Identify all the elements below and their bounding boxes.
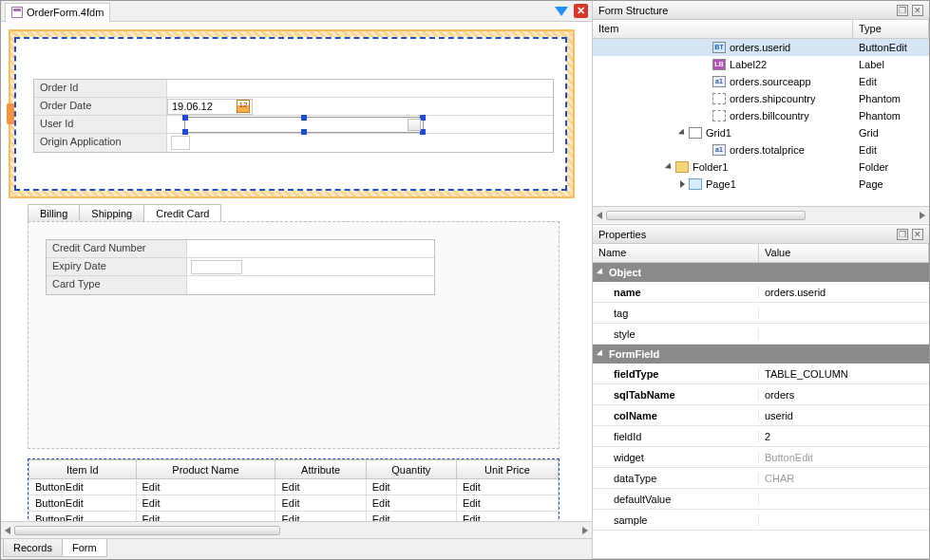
panel-restore-icon[interactable]: ❐ bbox=[897, 229, 908, 240]
tree-item[interactable]: Grid1Grid bbox=[593, 124, 929, 141]
input-order-date[interactable]: 19.06.12 12 bbox=[167, 99, 253, 115]
tree-hscroll-thumb[interactable] bbox=[606, 211, 806, 220]
property-value[interactable]: orders.userid bbox=[759, 287, 929, 298]
panel-close-icon[interactable]: ✕ bbox=[912, 229, 923, 240]
tree-item[interactable]: Folder1Folder bbox=[593, 159, 929, 176]
property-value[interactable]: ButtonEdit bbox=[759, 452, 929, 463]
tree-node-label: orders.sourceapp bbox=[730, 76, 811, 87]
tree-node-icon bbox=[689, 178, 702, 190]
table-row[interactable]: ButtonEditEditEditEditEdit bbox=[29, 479, 559, 495]
property-value[interactable]: orders bbox=[759, 389, 929, 401]
properties-list[interactable]: Objectnameorders.useridtagstyleFormField… bbox=[593, 263, 929, 558]
tab-billing[interactable]: Billing bbox=[28, 204, 80, 222]
property-row[interactable]: fieldTypeTABLE_COLUMN bbox=[593, 364, 929, 384]
grid-header[interactable]: Product Name bbox=[136, 460, 275, 479]
items-grid[interactable]: Item IdProduct NameAttributeQuantityUnit… bbox=[28, 458, 560, 521]
input-cc-number[interactable] bbox=[187, 240, 434, 257]
canvas-hscrollbar[interactable] bbox=[1, 521, 592, 538]
input-order-id[interactable] bbox=[167, 80, 553, 97]
property-value[interactable]: 2 bbox=[759, 431, 929, 442]
grid-header[interactable]: Attribute bbox=[275, 460, 366, 479]
tree-item[interactable]: a1orders.sourceappEdit bbox=[593, 73, 929, 90]
tree-toggle-icon[interactable] bbox=[678, 128, 687, 137]
tree-toggle-icon[interactable] bbox=[680, 180, 685, 188]
editor-mode-tabs: Records Form bbox=[1, 538, 592, 559]
folder-tabs: Billing Shipping Credit Card bbox=[28, 204, 220, 222]
table-row[interactable]: ButtonEditEditEditEditEdit bbox=[29, 512, 559, 522]
property-row[interactable]: nameorders.userid bbox=[593, 282, 929, 303]
property-row[interactable]: fieldId2 bbox=[593, 426, 929, 447]
tree-item[interactable]: a1orders.totalpriceEdit bbox=[593, 141, 929, 159]
tree-node-label: Grid1 bbox=[706, 127, 731, 139]
side-panels: Form Structure ❐ ✕ Item Type BTorders.us… bbox=[593, 1, 929, 559]
mode-tab-form[interactable]: Form bbox=[62, 539, 107, 557]
table-row[interactable]: ButtonEditEditEditEditEdit bbox=[29, 495, 559, 512]
dropdown-triangle-icon[interactable] bbox=[555, 7, 568, 16]
buttonedit-button-icon[interactable] bbox=[408, 119, 421, 131]
label-order-id: Order Id bbox=[34, 80, 167, 97]
panel-close-icon[interactable]: ✕ bbox=[912, 5, 923, 16]
editor-tab-bar: OrderForm.4fdm ✕ bbox=[1, 1, 592, 22]
tree-item[interactable]: orders.billcountryPhantom bbox=[593, 107, 929, 124]
property-group[interactable]: Object bbox=[593, 263, 929, 282]
property-value[interactable]: userid bbox=[759, 410, 929, 421]
grid-header[interactable]: Item Id bbox=[29, 460, 137, 479]
property-name: defaultValue bbox=[593, 494, 759, 505]
tree-node-label: orders.totalprice bbox=[730, 144, 805, 156]
property-row[interactable]: widgetButtonEdit bbox=[593, 447, 929, 468]
tree-item[interactable]: orders.shipcountryPhantom bbox=[593, 90, 929, 107]
editor-pane: OrderForm.4fdm ✕ Order Id Order Date bbox=[1, 1, 593, 559]
property-row[interactable]: defaultValue bbox=[593, 489, 929, 510]
property-name: sample bbox=[593, 514, 759, 526]
col-name[interactable]: Name bbox=[593, 244, 759, 262]
tree-node-label: orders.userid bbox=[730, 42, 790, 53]
form-structure-title: Form Structure bbox=[598, 5, 668, 16]
input-cc-expiry[interactable] bbox=[191, 260, 242, 274]
property-row[interactable]: style bbox=[593, 324, 929, 345]
tree-item[interactable]: BTorders.useridButtonEdit bbox=[593, 39, 929, 56]
tree-toggle-icon[interactable] bbox=[665, 162, 674, 171]
property-group[interactable]: FormField bbox=[593, 345, 929, 364]
close-tab-button[interactable]: ✕ bbox=[574, 4, 588, 18]
grid-header[interactable]: Quantity bbox=[366, 460, 456, 479]
tree-item[interactable]: Page1Page bbox=[593, 176, 929, 193]
label-order-date: Order Date bbox=[34, 98, 167, 115]
col-item[interactable]: Item bbox=[593, 20, 853, 38]
property-row[interactable]: sample bbox=[593, 510, 929, 531]
input-origin-app[interactable] bbox=[171, 136, 190, 150]
tree-node-type: ButtonEdit bbox=[853, 42, 929, 53]
tree-node-icon bbox=[689, 127, 702, 139]
property-row[interactable]: tag bbox=[593, 303, 929, 324]
tree-node-type: Folder bbox=[853, 161, 929, 173]
hscroll-thumb[interactable] bbox=[14, 526, 280, 535]
property-row[interactable]: sqlTabNameorders bbox=[593, 384, 929, 405]
tree-item[interactable]: LBLabel22Label bbox=[593, 56, 929, 73]
property-name: dataType bbox=[593, 473, 759, 484]
calendar-icon[interactable]: 12 bbox=[237, 100, 250, 113]
form-structure-tree[interactable]: BTorders.useridButtonEditLBLabel22Labela… bbox=[593, 39, 929, 206]
tab-credit-card[interactable]: Credit Card bbox=[143, 204, 221, 222]
col-type[interactable]: Type bbox=[853, 20, 929, 38]
container-handle-icon[interactable] bbox=[7, 103, 14, 124]
tree-node-icon: a1 bbox=[712, 76, 726, 87]
tab-shipping[interactable]: Shipping bbox=[79, 204, 144, 222]
editor-tab-orderform[interactable]: OrderForm.4fdm bbox=[5, 3, 110, 22]
grid-header[interactable]: Unit Price bbox=[456, 460, 558, 479]
property-row[interactable]: colNameuserid bbox=[593, 405, 929, 426]
property-value[interactable]: CHAR bbox=[759, 473, 929, 484]
property-value[interactable]: TABLE_COLUMN bbox=[759, 368, 929, 380]
tree-hscrollbar[interactable] bbox=[593, 206, 929, 223]
input-user-id-selected[interactable] bbox=[184, 117, 424, 133]
property-row[interactable]: dataTypeCHAR bbox=[593, 468, 929, 489]
panel-restore-icon[interactable]: ❐ bbox=[897, 5, 908, 16]
tree-node-type: Label bbox=[853, 59, 929, 70]
form-canvas[interactable]: Order Id Order Date 19.06.12 12 User Id bbox=[1, 22, 592, 521]
col-value[interactable]: Value bbox=[759, 244, 929, 262]
mode-tab-records[interactable]: Records bbox=[3, 539, 63, 557]
tree-node-label: Folder1 bbox=[693, 161, 728, 173]
tree-node-label: Label22 bbox=[730, 59, 767, 70]
input-cc-type[interactable] bbox=[187, 276, 434, 294]
form-structure-panel: Form Structure ❐ ✕ Item Type BTorders.us… bbox=[593, 1, 929, 225]
form-file-icon bbox=[11, 7, 23, 18]
tree-node-icon: BT bbox=[712, 42, 726, 53]
